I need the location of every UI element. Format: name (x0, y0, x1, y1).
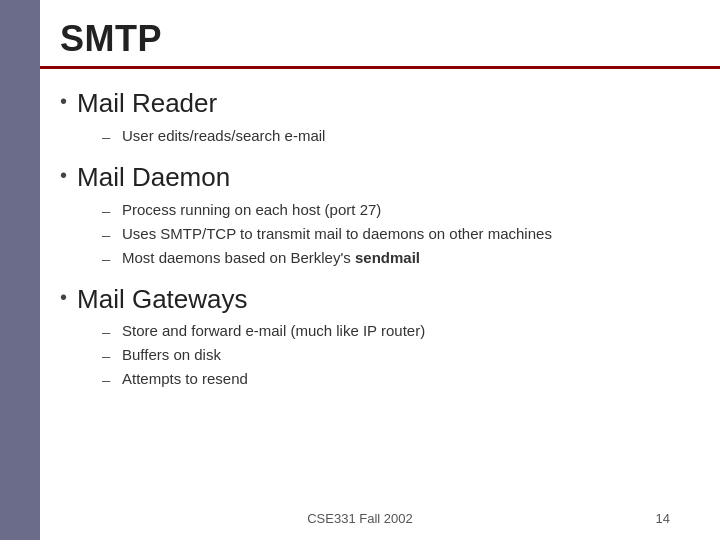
footer-center-text: CSE331 Fall 2002 (307, 511, 413, 526)
bullet-section-mail-daemon: • Mail Daemon – Process running on each … (60, 161, 660, 269)
slide-title: SMTP (60, 18, 660, 60)
mail-daemon-sub-bullets: – Process running on each host (port 27)… (102, 199, 660, 269)
sub-bullet-mail-reader-1: – User edits/reads/search e-mail (102, 125, 660, 147)
bullet-section-mail-gateways: • Mail Gateways – Store and forward e-ma… (60, 283, 660, 391)
sub-bullet-mail-daemon-1: – Process running on each host (port 27) (102, 199, 660, 221)
bullet-section-mail-reader: • Mail Reader – User edits/reads/search … (60, 87, 660, 147)
sub-bullet-mail-gateways-1: – Store and forward e-mail (much like IP… (102, 320, 660, 342)
mail-gateways-sub-bullets: – Store and forward e-mail (much like IP… (102, 320, 660, 390)
sub-dash: – (102, 321, 114, 342)
sub-text-mail-gateways-1: Store and forward e-mail (much like IP r… (122, 320, 425, 341)
title-area: SMTP (0, 0, 720, 69)
bullet-dot-2: • (60, 162, 67, 188)
footer-page-number: 14 (656, 511, 670, 526)
mail-reader-label: Mail Reader (77, 87, 217, 121)
left-border-decoration (0, 0, 40, 540)
footer: CSE331 Fall 2002 14 (0, 511, 720, 526)
sub-text-mail-gateways-2: Buffers on disk (122, 344, 221, 365)
sub-dash: – (102, 345, 114, 366)
mail-gateways-label: Mail Gateways (77, 283, 248, 317)
bullet-main-mail-gateways: • Mail Gateways (60, 283, 660, 317)
sub-bullet-mail-daemon-2: – Uses SMTP/TCP to transmit mail to daem… (102, 223, 660, 245)
slide: SMTP • Mail Reader – User edits/reads/se… (0, 0, 720, 540)
sub-text-mail-daemon-2: Uses SMTP/TCP to transmit mail to daemon… (122, 223, 552, 244)
sub-text-mail-daemon-3: Most daemons based on Berkley's sendmail (122, 247, 420, 268)
mail-daemon-label: Mail Daemon (77, 161, 230, 195)
sub-text-mail-daemon-1: Process running on each host (port 27) (122, 199, 381, 220)
sub-dash: – (102, 224, 114, 245)
bullet-dot-3: • (60, 284, 67, 310)
sub-dash: – (102, 369, 114, 390)
bullet-main-mail-reader: • Mail Reader (60, 87, 660, 121)
mail-reader-sub-bullets: – User edits/reads/search e-mail (102, 125, 660, 147)
sub-bullet-mail-gateways-2: – Buffers on disk (102, 344, 660, 366)
bullet-dot-1: • (60, 88, 67, 114)
sub-dash: – (102, 126, 114, 147)
content-area: • Mail Reader – User edits/reads/search … (0, 87, 720, 390)
sendmail-bold: sendmail (355, 249, 420, 266)
bullet-main-mail-daemon: • Mail Daemon (60, 161, 660, 195)
sub-bullet-mail-gateways-3: – Attempts to resend (102, 368, 660, 390)
sub-text-mail-reader-1: User edits/reads/search e-mail (122, 125, 325, 146)
sub-dash: – (102, 200, 114, 221)
sub-text-mail-gateways-3: Attempts to resend (122, 368, 248, 389)
sub-dash: – (102, 248, 114, 269)
sub-bullet-mail-daemon-3: – Most daemons based on Berkley's sendma… (102, 247, 660, 269)
